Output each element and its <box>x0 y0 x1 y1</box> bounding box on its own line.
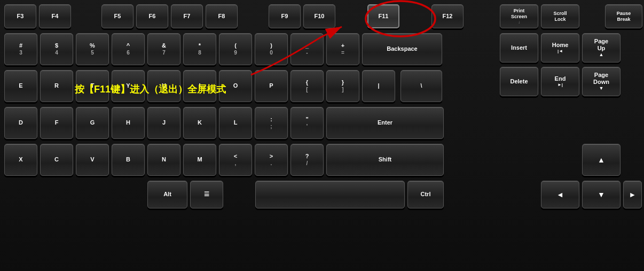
key-n[interactable]: N <box>147 144 180 176</box>
key-j[interactable]: J <box>147 107 180 139</box>
key-g[interactable]: G <box>76 107 109 139</box>
key-f6[interactable]: F6 <box>136 4 168 28</box>
key-arrow-up[interactable]: ▲ <box>582 144 621 176</box>
key-r[interactable]: R <box>40 70 73 102</box>
key-f12[interactable]: F12 <box>431 4 464 28</box>
key-f3[interactable]: F3 <box>4 4 36 28</box>
key-f10[interactable]: F10 <box>303 4 335 28</box>
key-scroll-lock[interactable]: ScrollLock <box>541 4 579 28</box>
key-minus[interactable]: _- <box>290 33 324 65</box>
key-f8[interactable]: F8 <box>206 4 238 28</box>
key-arrow-down[interactable]: ▼ <box>582 181 621 208</box>
key-rbrace[interactable]: }] <box>326 70 359 102</box>
key-page-up[interactable]: PageUp▲ <box>582 33 621 63</box>
key-f4[interactable]: F4 <box>39 4 71 28</box>
key-print-screen[interactable]: PrintScreen↓ <box>500 4 538 28</box>
key-f11[interactable]: F11 <box>367 4 399 28</box>
key-shift-right[interactable]: Shift <box>326 144 444 176</box>
key-colon[interactable]: :; <box>255 107 288 139</box>
key-e[interactable]: E <box>4 70 37 102</box>
key-hash[interactable]: #3 <box>4 33 37 65</box>
annotation-text: 按【F11键】进入（退出）全屏模式 <box>75 83 226 96</box>
key-lbrace[interactable]: {[ <box>290 70 324 102</box>
key-spacebar[interactable] <box>255 181 405 208</box>
key-k[interactable]: K <box>183 107 216 139</box>
key-percent[interactable]: %5 <box>76 33 109 65</box>
key-dollar[interactable]: $4 <box>40 33 73 65</box>
key-alt[interactable]: Alt <box>147 181 187 208</box>
key-end[interactable]: End►| <box>541 67 579 96</box>
key-lparen[interactable]: (9 <box>219 33 252 65</box>
key-rparen[interactable]: )0 <box>255 33 288 65</box>
key-lt[interactable]: <, <box>219 144 252 176</box>
key-pause-break[interactable]: PauseBreak <box>605 4 642 28</box>
key-pipe[interactable]: | <box>362 70 395 102</box>
key-h[interactable]: H <box>112 107 145 139</box>
key-f9[interactable]: F9 <box>269 4 301 28</box>
key-m[interactable]: M <box>183 144 216 176</box>
key-quote[interactable]: "' <box>290 107 324 139</box>
key-x[interactable]: X <box>4 144 37 176</box>
key-b[interactable]: B <box>112 144 145 176</box>
key-c[interactable]: C <box>40 144 73 176</box>
key-caret[interactable]: ^6 <box>112 33 145 65</box>
key-f7[interactable]: F7 <box>171 4 203 28</box>
keyboard-image: F3 F4 F5 F6 F7 F8 F9 F10 F11 F12 PrintSc… <box>0 0 644 271</box>
key-ampersand[interactable]: &7 <box>147 33 180 65</box>
key-arrow-left[interactable]: ◄ <box>541 181 579 208</box>
key-l[interactable]: L <box>219 107 252 139</box>
key-asterisk[interactable]: *8 <box>183 33 216 65</box>
key-d[interactable]: D <box>4 107 37 139</box>
key-gt[interactable]: >. <box>255 144 288 176</box>
key-plus[interactable]: += <box>326 33 359 65</box>
key-v[interactable]: V <box>76 144 109 176</box>
key-f[interactable]: F <box>40 107 73 139</box>
key-arrow-right[interactable]: ► <box>623 181 642 208</box>
key-menu[interactable]: ☰ <box>190 181 223 208</box>
key-question[interactable]: ?/ <box>290 144 324 176</box>
key-backslash[interactable]: \ <box>400 70 442 102</box>
key-enter[interactable]: Enter <box>326 107 444 139</box>
key-insert[interactable]: Insert <box>500 33 538 63</box>
key-p[interactable]: P <box>255 70 288 102</box>
key-delete[interactable]: Delete <box>500 67 538 96</box>
key-page-down[interactable]: PageDown▼ <box>582 67 621 96</box>
key-backspace[interactable]: Backspace <box>362 33 442 65</box>
key-home[interactable]: Home|◄ <box>541 33 579 63</box>
key-f5[interactable]: F5 <box>101 4 133 28</box>
key-ctrl-right[interactable]: Ctrl <box>407 181 444 208</box>
